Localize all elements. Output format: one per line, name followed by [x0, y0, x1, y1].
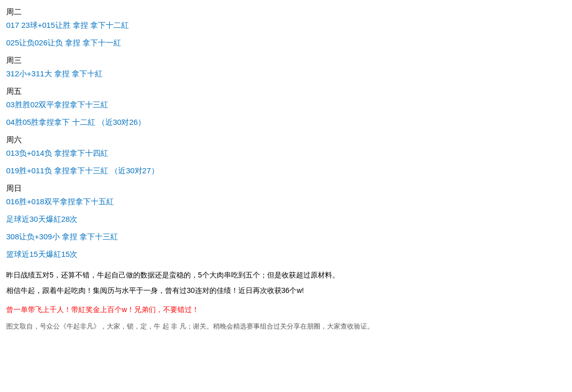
footer-line-4: 图文取自，号众公《牛起非凡》，大家，锁，定，牛 起 非 凡；谢关。稍晚会精选赛事…: [6, 322, 566, 331]
footer-line-3: 曾一单带飞上千人！带紅奖金上百个w！兄弟们，不要错过！: [6, 305, 566, 315]
match-line-5: 04胜05胜拿捏拿下 十二紅 （近30对26）: [6, 116, 566, 128]
match-line-9: 308让负+309小 拿捏 拿下十三紅: [6, 231, 566, 243]
summary-basketball: 篮球近15天爆紅15次: [6, 248, 566, 260]
match-line-4: 03胜胜02双平拿捏拿下十三紅: [6, 99, 566, 111]
day-header-saturday: 周六: [6, 135, 566, 145]
match-line-7: 019胜+011负 拿捏拿下十三紅 （近30对27）: [6, 165, 566, 177]
day-header-wednesday: 周三: [6, 56, 566, 66]
day-section-sunday: 周日 016胜+018双平拿捏拿下十五紅 足球近30天爆紅28次 308让负+3…: [6, 184, 566, 260]
footer-line-2: 相信牛起，跟着牛起吃肉！集阅历与水平于一身，曾有过30连对的佳绩！近日再次收获3…: [6, 285, 566, 297]
day-header-tuesday: 周二: [6, 7, 566, 17]
day-header-sunday: 周日: [6, 184, 566, 193]
day-section-tuesday: 周二 017 23球+015让胜 拿捏 拿下十二紅 025让负026让负 拿捏 …: [6, 7, 566, 49]
content-container: 周二 017 23球+015让胜 拿捏 拿下十二紅 025让负026让负 拿捏 …: [6, 7, 566, 331]
summary-football: 足球近30天爆紅28次: [6, 213, 566, 225]
match-line-6: 013负+014负 拿捏拿下十四紅: [6, 147, 566, 159]
day-section-saturday: 周六 013负+014负 拿捏拿下十四紅 019胜+011负 拿捏拿下十三紅 （…: [6, 135, 566, 177]
day-section-friday: 周五 03胜胜02双平拿捏拿下十三紅 04胜05胜拿捏拿下 十二紅 （近30对2…: [6, 87, 566, 128]
day-section-wednesday: 周三 312小+311大 拿捏 拿下十紅: [6, 56, 566, 80]
day-header-friday: 周五: [6, 87, 566, 96]
footer-line-1: 昨日战绩五对5，还算不错，牛起自己做的数据还是蛮稳的，5个大肉串吃到五个；但是收…: [6, 269, 566, 282]
match-line-3: 312小+311大 拿捏 拿下十紅: [6, 68, 566, 80]
match-line-2: 025让负026让负 拿捏 拿下十一紅: [6, 37, 566, 49]
match-line-1: 017 23球+015让胜 拿捏 拿下十二紅: [6, 19, 566, 31]
match-line-8: 016胜+018双平拿捏拿下十五紅: [6, 195, 566, 208]
